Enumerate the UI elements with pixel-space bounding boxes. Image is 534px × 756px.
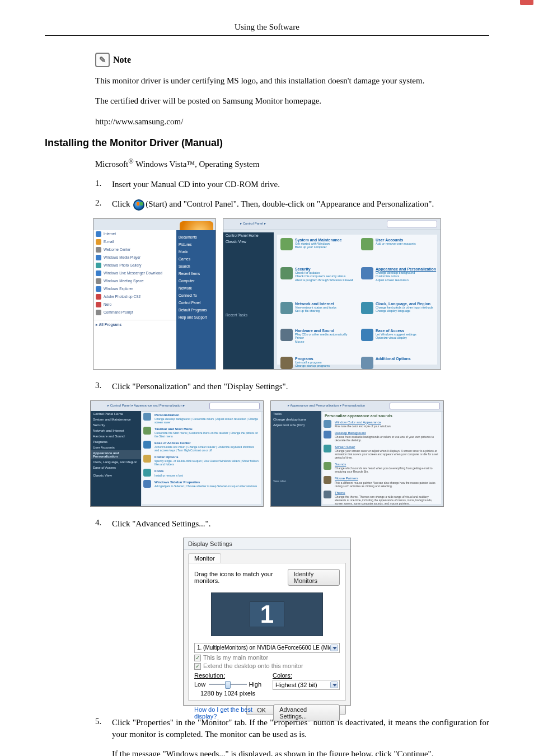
checkbox-label-main: This is my main monitor (203, 654, 268, 661)
figure-1: InternetE-mailWelcome CenterWindows Medi… (45, 218, 489, 370)
personalization-item: Screen SaverChange your screen saver or … (322, 444, 441, 461)
cp-category: Clock, Language, and RegionChange keyboa… (361, 302, 439, 331)
note-para-3: http://www.samsung.com/ (95, 116, 489, 127)
note-para-1: This monitor driver is under certifying … (95, 75, 489, 86)
colors-value: Highest (32 bit) (274, 681, 338, 688)
display-settings-dialog: Display Settings Monitor Drag the icons … (183, 538, 351, 706)
search-box (390, 403, 440, 409)
start-menu-right-item: Default Programs (176, 306, 216, 314)
os-line: Microsoft® Windows Vista™, Operating Sys… (95, 157, 489, 170)
cp-side-nav-item: Programs (91, 439, 141, 445)
start-menu-item: Nero (93, 301, 177, 309)
monitor-preview: 1 (211, 592, 323, 636)
advanced-settings-button[interactable]: Advanced Settings... (273, 704, 340, 721)
identify-monitors-button[interactable]: Identify Monitors (288, 569, 340, 586)
start-menu-right-item: Computer (176, 277, 216, 284)
best-display-link[interactable]: How do I get the best display? (194, 706, 273, 720)
start-menu-item: Windows Photo Gallery (93, 262, 177, 269)
window-topbar: ▸ Appearance and Personalization ▸ Perso… (271, 401, 443, 412)
start-menu-item: Command Prompt (93, 309, 177, 316)
step-text-3: Click "Personalization" and then "Displa… (112, 381, 489, 393)
os-post: Windows Vista™, Operating System (134, 160, 260, 169)
step-text-2: Click (Start) and "Control Panel". Then,… (112, 198, 489, 211)
cp-side-nav-item: System and Maintenance (91, 417, 141, 422)
registered-mark: ® (128, 157, 134, 165)
appearance-item: Ease of Access CenterAccommodate low vis… (142, 440, 261, 454)
chevron-down-icon (330, 682, 338, 688)
recent-tasks-label: Recent Tasks (223, 312, 274, 318)
start-menu-right-item: Pictures (176, 241, 216, 248)
checkbox-main-monitor[interactable] (194, 655, 201, 661)
breadcrumb: ▸ Appearance and Personalization ▸ Perso… (288, 403, 365, 407)
colors-label: Colors: (273, 672, 340, 679)
start-menu-right-item: Control Panel (176, 299, 216, 306)
appearance-item: Taskbar and Start MenuCustomize the Star… (142, 426, 261, 440)
cp-side-nav-item: Network and Internet (91, 428, 141, 433)
step-5-followup: If the message "Windows needs..." is dis… (112, 748, 489, 756)
section-heading: Installing the Monitor Driver (Manual) (45, 137, 489, 149)
start-menu-item: Internet (93, 230, 177, 238)
personalization-item: Desktop BackgroundChoose from available … (322, 430, 441, 444)
cp-side-nav-item: Appearance and Personalization (91, 450, 141, 459)
start-menu-item: Adobe Photoshop CS2 (93, 293, 177, 301)
cp-side-nav-item: Classic View (91, 473, 141, 478)
personalization-item: ThemeChange the theme. Themes can change… (322, 490, 441, 507)
start-menu-right-item: Games (176, 255, 216, 263)
checkbox-label-extend: Extend the desktop onto this monitor (203, 662, 303, 669)
personalize-header: Personalize appearance and sounds (322, 412, 441, 419)
cp-category: Network and InternetView network status … (280, 302, 359, 331)
header-rule (45, 35, 489, 36)
step-text-4: Click "Advanced Settings...". (112, 518, 489, 530)
chevron-down-icon (330, 645, 338, 651)
tab-monitor: Monitor (188, 553, 221, 563)
figure-2b-personalization: ▸ Appearance and Personalization ▸ Perso… (270, 400, 444, 507)
start-menu-item: Windows Meeting Space (93, 277, 177, 285)
slider-high: High (249, 681, 261, 688)
start-menu-right-item: Network (176, 284, 216, 292)
window-close-icon (520, 0, 533, 5)
cp-side-nav-item: Clock, Language, and Region (91, 459, 141, 465)
dialog-title: Display Settings (184, 538, 350, 550)
start-menu-right-item: Documents (176, 234, 216, 241)
resolution-value: 1280 by 1024 pixels (194, 690, 261, 697)
cp-nav-item: Control Panel Home (223, 232, 274, 239)
all-programs: ▸ All Programs (93, 320, 177, 328)
start-menu-item: Welcome Center (93, 246, 177, 254)
search-box (387, 221, 437, 227)
dropdown-value: 1. (MultipleMonitors) on NVIDIA GeForce6… (196, 644, 338, 651)
cp-category: ProgramsUninstall a programChange startu… (280, 357, 359, 370)
task-nav-item: Change desktop icons (271, 417, 321, 422)
note-para-2: The certified driver will be posted on S… (95, 95, 489, 106)
personalization-item: Mouse PointersPick a different mouse poi… (322, 475, 441, 489)
monitor-dropdown[interactable]: 1. (MultipleMonitors) on NVIDIA GeForce6… (194, 643, 340, 653)
cp-category: Hardware and SoundPlay CDs or other medi… (280, 329, 359, 358)
cp-nav-item: Classic View (223, 239, 274, 245)
step-number-5: 5. (95, 717, 112, 726)
start-menu-right-item: Recent Items (176, 270, 216, 277)
figure-1b-control-panel: ▸ Control Panel ▸ Control Panel HomeClas… (223, 218, 441, 370)
colors-dropdown[interactable]: Highest (32 bit) (273, 680, 340, 690)
step-number-2: 2. (95, 198, 112, 208)
checkbox-extend[interactable] (194, 663, 201, 670)
page-header: Using the Software (45, 22, 489, 32)
start-menu-item: Windows Media Player (93, 254, 177, 262)
cp-side-nav-item: Security (91, 422, 141, 428)
cp-category: System and MaintenanceGet started with W… (280, 238, 359, 267)
slider-low: Low (194, 681, 205, 688)
window-topbar: ▸ Control Panel ▸ (223, 219, 441, 230)
search-box (209, 403, 260, 409)
figure-1a-start-menu: InternetE-mailWelcome CenterWindows Medi… (93, 218, 216, 370)
step-text-1: Insert your Manual CD into your CD-ROM d… (112, 179, 489, 190)
monitor-number: 1 (260, 600, 274, 628)
drag-instruction: Drag the icons to match your monitors. (194, 571, 288, 584)
personalization-item: SoundsChange which sounds are heard when… (322, 461, 441, 475)
breadcrumb: ▸ Control Panel ▸ Appearance and Persona… (107, 403, 185, 407)
figure-2: ▸ Control Panel ▸ Appearance and Persona… (45, 400, 489, 507)
appearance-item: FontsInstall or remove a font (142, 468, 261, 479)
resolution-slider[interactable]: Low High (194, 680, 261, 689)
cp-side-nav-item: User Accounts (91, 445, 141, 450)
resolution-label: Resolution: (194, 672, 261, 679)
cp-category: Ease of AccessLet Windows suggest settin… (361, 329, 439, 358)
appearance-item: Windows Sidebar PropertiesAdd gadgets to… (142, 479, 261, 490)
breadcrumb: ▸ Control Panel ▸ (240, 221, 266, 225)
